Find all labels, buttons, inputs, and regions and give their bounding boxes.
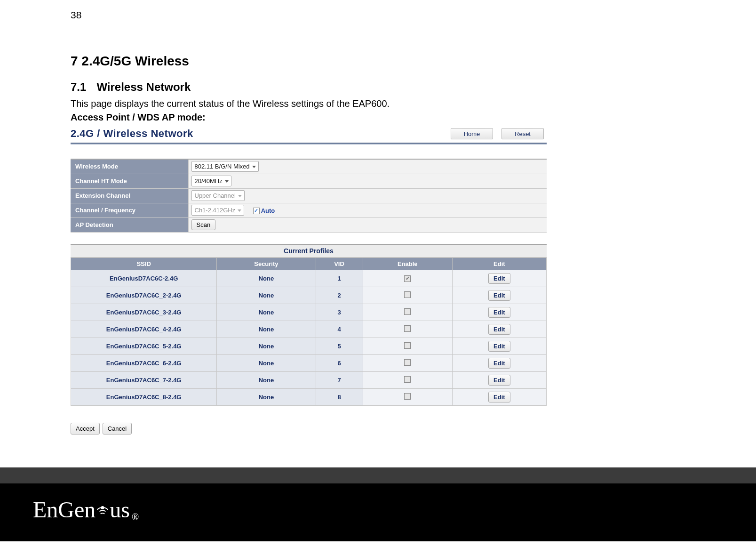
cell-vid: 1 — [316, 270, 363, 287]
cell-vid: 3 — [316, 304, 363, 321]
profile-row: EnGeniusD7AC6C_8-2.4GNone8Edit — [71, 388, 547, 405]
label-wireless-mode: Wireless Mode — [71, 159, 188, 174]
checkbox-auto[interactable] — [253, 208, 260, 214]
edit-button[interactable]: Edit — [488, 307, 510, 318]
profiles-caption: Current Profiles — [71, 245, 547, 257]
cell-vid: 5 — [316, 338, 363, 354]
section-number: 7.1 — [71, 80, 86, 93]
edit-button[interactable]: Edit — [488, 273, 510, 284]
label-auto: Auto — [261, 207, 275, 214]
cell-security: None — [217, 388, 316, 405]
checkbox-enable[interactable] — [404, 359, 411, 366]
row-channel-frequency: Channel / Frequency Ch1-2.412GHz Auto — [71, 203, 547, 217]
profiles-table: SSID Security VID Enable Edit EnGeniusD7… — [71, 257, 547, 406]
profiles-section: Current Profiles SSID Security VID Enabl… — [71, 244, 547, 406]
wireless-network-panel: 2.4G / Wireless Network Home Reset Wirel… — [71, 126, 547, 439]
cell-security: None — [217, 338, 316, 354]
header-underline — [71, 143, 547, 145]
cell-ssid: EnGeniusD7AC6C_3-2.4G — [71, 304, 217, 321]
cell-ssid: EnGeniusD7AC6C_8-2.4G — [71, 388, 217, 405]
cell-ssid: EnGeniusD7AC6C_5-2.4G — [71, 338, 217, 354]
mode-label: Access Point / WDS AP mode: — [71, 112, 756, 123]
row-extension-channel: Extension Channel Upper Channel — [71, 188, 547, 203]
logo-text-2: us — [110, 497, 130, 523]
edit-button[interactable]: Edit — [488, 392, 510, 402]
row-channel-ht-mode: Channel HT Mode 20/40MHz — [71, 174, 547, 188]
profile-row: EnGeniusD7AC6C_6-2.4GNone6Edit — [71, 354, 547, 371]
profile-row: EnGeniusD7AC6C_5-2.4GNone5Edit — [71, 338, 547, 354]
section-name: Wireless Network — [96, 80, 191, 93]
checkbox-enable[interactable] — [404, 325, 411, 332]
edit-button[interactable]: Edit — [488, 290, 510, 301]
profile-row: EnGeniusD7AC6C-2.4GNone1Edit — [71, 270, 547, 287]
select-channel-ht-mode[interactable]: 20/40MHz — [191, 176, 231, 186]
checkbox-enable[interactable] — [404, 291, 411, 298]
label-extension-channel: Extension Channel — [71, 188, 188, 203]
intro-text: This page displays the current status of… — [71, 98, 756, 109]
edit-button[interactable]: Edit — [488, 341, 510, 352]
profile-row: EnGeniusD7AC6C_4-2.4GNone4Edit — [71, 321, 547, 338]
label-ap-detection: AP Detection — [71, 217, 188, 232]
page-number: 38 — [71, 9, 756, 21]
edit-button[interactable]: Edit — [488, 358, 510, 369]
cancel-button[interactable]: Cancel — [103, 423, 132, 434]
cell-vid: 2 — [316, 287, 363, 304]
home-button[interactable]: Home — [451, 128, 493, 139]
checkbox-enable[interactable] — [404, 376, 411, 383]
panel-title: 2.4G / Wireless Network — [71, 128, 193, 140]
registered-icon: ® — [132, 512, 139, 523]
cell-ssid: EnGeniusD7AC6C_4-2.4G — [71, 321, 217, 338]
label-channel-frequency: Channel / Frequency — [71, 203, 188, 217]
th-enable: Enable — [363, 257, 452, 270]
cell-vid: 6 — [316, 354, 363, 371]
scan-button[interactable]: Scan — [191, 219, 216, 230]
cell-vid: 7 — [316, 371, 363, 388]
cell-ssid: EnGeniusD7AC6C-2.4G — [71, 270, 217, 287]
cell-security: None — [217, 270, 316, 287]
edit-button[interactable]: Edit — [488, 375, 510, 386]
chapter-title: 7 2.4G/5G Wireless — [71, 54, 756, 69]
edit-button[interactable]: Edit — [488, 324, 510, 335]
settings-table: Wireless Mode 802.11 B/G/N Mixed Channel… — [71, 159, 547, 233]
reset-button[interactable]: Reset — [501, 128, 544, 139]
footer: EnGenus® — [0, 483, 756, 541]
select-extension-channel: Upper Channel — [191, 190, 245, 201]
cell-security: None — [217, 304, 316, 321]
cell-security: None — [217, 371, 316, 388]
checkbox-enable[interactable] — [404, 393, 411, 400]
checkbox-enable[interactable] — [404, 342, 411, 349]
checkbox-enable[interactable] — [404, 275, 411, 282]
row-wireless-mode: Wireless Mode 802.11 B/G/N Mixed — [71, 159, 547, 174]
select-wireless-mode[interactable]: 802.11 B/G/N Mixed — [191, 161, 259, 172]
cell-security: None — [217, 287, 316, 304]
cell-vid: 4 — [316, 321, 363, 338]
logo-text-1: EnGen — [33, 497, 95, 523]
select-channel-frequency: Ch1-2.412GHz — [191, 205, 245, 216]
cell-ssid: EnGeniusD7AC6C_7-2.4G — [71, 371, 217, 388]
engenius-logo: EnGenus® — [33, 497, 756, 523]
accept-button[interactable]: Accept — [71, 423, 100, 434]
profile-row: EnGeniusD7AC6C_2-2.4GNone2Edit — [71, 287, 547, 304]
section-title: 7.1Wireless Network — [71, 80, 756, 94]
profile-row: EnGeniusD7AC6C_7-2.4GNone7Edit — [71, 371, 547, 388]
cell-security: None — [217, 321, 316, 338]
profile-row: EnGeniusD7AC6C_3-2.4GNone3Edit — [71, 304, 547, 321]
th-vid: VID — [316, 257, 363, 270]
label-channel-ht-mode: Channel HT Mode — [71, 174, 188, 188]
checkbox-enable[interactable] — [404, 308, 411, 315]
th-ssid: SSID — [71, 257, 217, 270]
cell-ssid: EnGeniusD7AC6C_6-2.4G — [71, 354, 217, 371]
th-edit: Edit — [452, 257, 546, 270]
cell-vid: 8 — [316, 388, 363, 405]
cell-security: None — [217, 354, 316, 371]
th-security: Security — [217, 257, 316, 270]
footer-divider — [0, 467, 756, 483]
row-ap-detection: AP Detection Scan — [71, 217, 547, 232]
cell-ssid: EnGeniusD7AC6C_2-2.4G — [71, 287, 217, 304]
